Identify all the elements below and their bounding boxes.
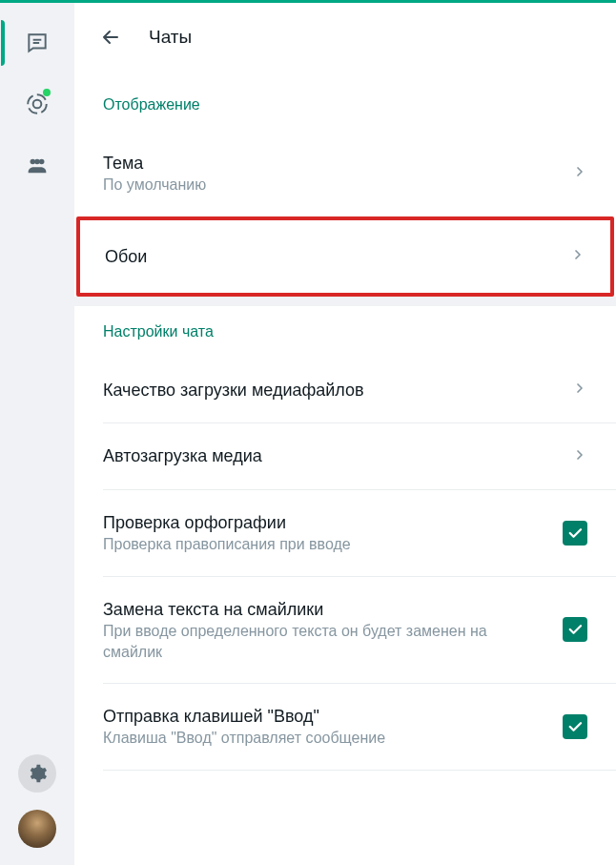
row-spellcheck-title: Проверка орфографии: [103, 511, 547, 534]
communities-icon: [24, 152, 51, 178]
row-theme-title: Тема: [103, 152, 557, 175]
chevron-right-icon: [572, 447, 587, 466]
row-emoji-replace[interactable]: Замена текста на смайлики При вводе опре…: [74, 577, 616, 683]
row-wallpaper-title: Обои: [105, 245, 555, 268]
section-divider: [74, 297, 616, 306]
sidebar-status-icon[interactable]: [18, 85, 56, 123]
row-emoji-replace-sub: При вводе определенного текста он будет …: [103, 621, 547, 662]
svg-point-2: [33, 100, 42, 109]
gear-icon: [27, 763, 48, 784]
svg-point-5: [34, 159, 40, 165]
divider: [103, 770, 616, 771]
row-media-quality[interactable]: Качество загрузки медиафайлов: [74, 358, 616, 422]
header: Чаты: [74, 3, 616, 79]
row-auto-download-title: Автозагрузка медиа: [103, 444, 557, 467]
row-theme[interactable]: Тема По умолчанию: [74, 131, 616, 216]
row-emoji-replace-title: Замена текста на смайлики: [103, 598, 547, 621]
status-badge-dot: [43, 89, 51, 96]
chevron-right-icon: [572, 164, 587, 183]
arrow-left-icon: [99, 26, 122, 49]
back-button[interactable]: [97, 24, 124, 51]
row-auto-download[interactable]: Автозагрузка медиа: [74, 423, 616, 488]
chat-icon: [25, 31, 50, 55]
highlight-wallpaper: Обои: [76, 216, 614, 297]
row-enter-send-sub: Клавиша "Ввод" отправляет сообщение: [103, 728, 547, 749]
settings-button[interactable]: [18, 754, 56, 793]
section-header-display: Отображение: [74, 79, 616, 131]
row-spellcheck-sub: Проверка правописания при вводе: [103, 534, 547, 555]
avatar[interactable]: [18, 810, 56, 848]
main-panel: Чаты Отображение Тема По умолчанию Обои: [74, 3, 616, 865]
checkbox-enter-send[interactable]: [563, 714, 587, 739]
sidebar: [0, 3, 74, 865]
check-icon: [566, 621, 584, 638]
row-theme-sub: По умолчанию: [103, 175, 557, 196]
row-media-quality-title: Качество загрузки медиафайлов: [103, 379, 557, 402]
check-icon: [566, 718, 584, 735]
sidebar-communities-icon[interactable]: [18, 146, 56, 184]
row-spellcheck[interactable]: Проверка орфографии Проверка правописани…: [74, 490, 616, 576]
row-enter-send[interactable]: Отправка клавишей "Ввод" Клавиша "Ввод" …: [74, 684, 616, 770]
sidebar-chats-icon[interactable]: [18, 24, 56, 62]
page-title: Чаты: [149, 27, 192, 48]
checkbox-spellcheck[interactable]: [563, 521, 587, 546]
checkbox-emoji-replace[interactable]: [563, 617, 587, 642]
check-icon: [566, 525, 584, 542]
chevron-right-icon: [572, 381, 587, 400]
chevron-right-icon: [570, 247, 585, 266]
section-header-chat: Настройки чата: [74, 306, 616, 358]
row-wallpaper[interactable]: Обои: [80, 220, 610, 293]
row-enter-send-title: Отправка клавишей "Ввод": [103, 705, 547, 728]
